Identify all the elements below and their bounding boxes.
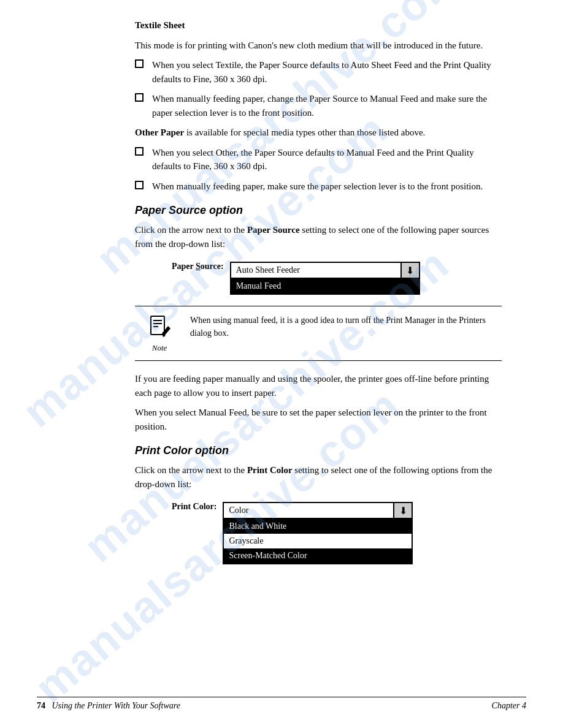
paper-source-item-manual-feed[interactable]: Manual Feed	[231, 279, 419, 294]
other-paper-intro: Other Paper is available for special med…	[135, 126, 502, 140]
print-color-dropdown[interactable]: Color ⬇ Black and White Grayscale Screen…	[223, 502, 413, 564]
paper-source-intro: Click on the arrow next to the Paper Sou…	[135, 223, 502, 251]
page-number: 74	[37, 701, 45, 710]
note-pencil-icon	[146, 314, 173, 341]
paper-source-label-text: Paper Source:	[172, 262, 224, 271]
note-text: When using manual feed, it is a good ide…	[190, 314, 502, 339]
paper-source-dropdown[interactable]: Auto Sheet Feeder ⬇ Manual Feed	[230, 262, 420, 295]
print-color-heading: Print Color option	[135, 444, 502, 457]
paper-source-dropdown-arrow[interactable]: ⬇	[400, 263, 419, 278]
print-color-label-text: Print Color:	[172, 502, 216, 512]
checkbox-icon-1	[135, 59, 144, 68]
svg-rect-0	[151, 316, 164, 335]
print-color-dropdown-arrow[interactable]: ⬇	[393, 503, 412, 518]
print-color-selected-value: Color	[224, 503, 393, 518]
paper-source-para2: When you select Manual Feed, be sure to …	[135, 406, 502, 433]
textile-sheet-heading: Textile Sheet	[135, 18, 502, 32]
svg-rect-1	[153, 320, 162, 321]
paper-source-label-underline-s: S	[196, 262, 201, 271]
footer-left: 74 Using the Printer With Your Software	[37, 701, 180, 711]
print-color-label: Print Color:	[172, 502, 216, 512]
paper-source-para1: If you are feeding paper manually and us…	[135, 372, 502, 400]
print-color-item-black-white[interactable]: Black and White	[224, 519, 412, 534]
print-color-dropdown-row: Print Color: Color ⬇ Black and White Gra…	[172, 502, 413, 564]
other-paper-bullet-list: When you select Other, the Paper Source …	[135, 146, 502, 194]
paper-source-dropdown-top[interactable]: Auto Sheet Feeder ⬇	[231, 263, 419, 279]
note-box: Note When using manual feed, it is a goo…	[135, 306, 502, 361]
checkbox-icon-2	[135, 93, 144, 102]
note-label: Note	[152, 343, 167, 353]
checkbox-icon-4	[135, 181, 144, 189]
main-content: Textile Sheet This mode is for printing …	[135, 18, 502, 564]
paper-source-label: Paper Source:	[172, 262, 224, 271]
print-color-dropdown-widget: Print Color: Color ⬇ Black and White Gra…	[172, 502, 502, 564]
print-color-intro: Click on the arrow next to the Print Col…	[135, 463, 502, 491]
footer-right-text: Chapter 4	[492, 701, 526, 711]
checkbox-icon-3	[135, 147, 144, 156]
paper-source-dropdown-widget: Paper Source: Auto Sheet Feeder ⬇ Manual…	[172, 262, 502, 295]
note-icon-area: Note	[135, 314, 184, 353]
textile-bullet-list: When you select Textile, the Paper Sourc…	[135, 58, 502, 119]
textile-bullet-2: When manually feeding paper, change the …	[135, 92, 502, 119]
page-footer: 74 Using the Printer With Your Software …	[37, 697, 526, 711]
print-color-item-grayscale[interactable]: Grayscale	[224, 534, 412, 548]
paper-source-selected-value: Auto Sheet Feeder	[231, 263, 400, 278]
other-paper-bullet-2: When manually feeding paper, make sure t…	[135, 180, 502, 194]
print-color-dropdown-top[interactable]: Color ⬇	[224, 503, 412, 519]
svg-rect-2	[153, 323, 162, 324]
footer-left-text: Using the Printer With Your Software	[52, 701, 180, 710]
textile-sheet-intro: This mode is for printing with Canon's n…	[135, 39, 502, 53]
paper-source-heading: Paper Source option	[135, 204, 502, 217]
other-paper-bullet-1: When you select Other, the Paper Source …	[135, 146, 502, 173]
print-color-item-screen-matched[interactable]: Screen-Matched Color	[224, 548, 412, 563]
paper-source-dropdown-row: Paper Source: Auto Sheet Feeder ⬇ Manual…	[172, 262, 420, 295]
textile-bullet-1: When you select Textile, the Paper Sourc…	[135, 58, 502, 86]
svg-rect-3	[153, 326, 158, 327]
